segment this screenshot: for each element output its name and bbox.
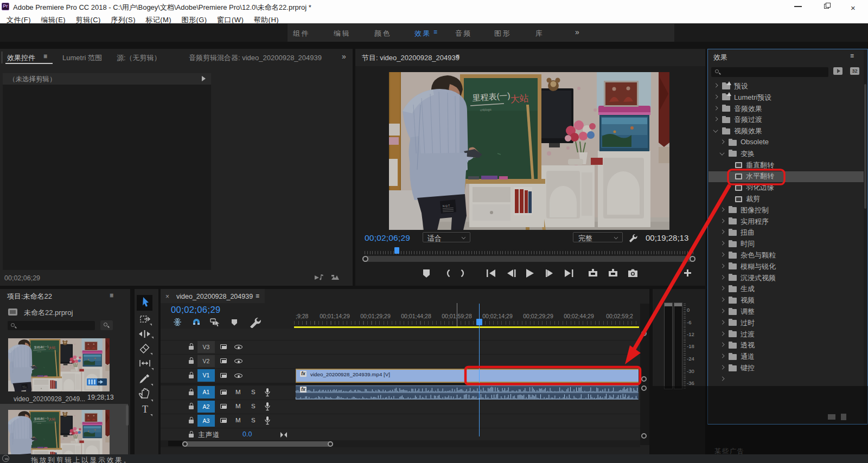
svg-text:T: T [142,404,148,415]
